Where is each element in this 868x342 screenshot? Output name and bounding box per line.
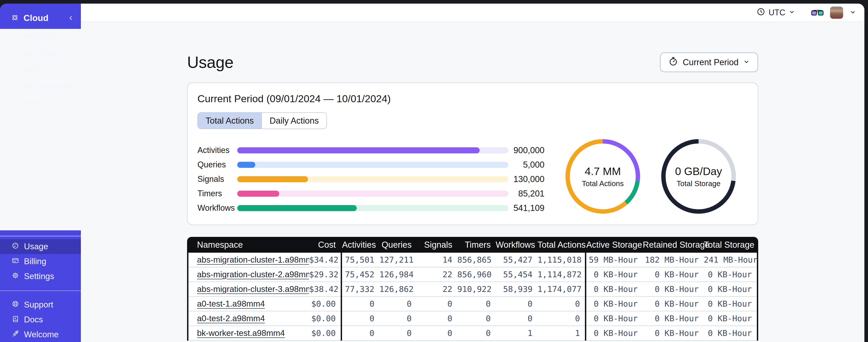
sidebar-divider — [0, 290, 81, 291]
table-cell: 77,332 — [342, 284, 379, 294]
table-cell: 0 — [496, 314, 537, 323]
namespace-link[interactable]: abs-migration-cluster-2.a98mm4 — [197, 270, 309, 279]
stopwatch-icon — [668, 57, 678, 68]
table-cell: $34.42 — [309, 255, 341, 264]
app-window: Cloud WorkflowsSchedulesBatchNamespacesN… — [0, 0, 868, 342]
schedules-icon — [12, 48, 19, 58]
bar-track — [237, 205, 508, 211]
table-cell: 0 — [342, 299, 379, 308]
sidebar-item-welcome[interactable]: Welcome — [0, 327, 81, 342]
namespace-link[interactable]: bk-worker-test.a98mm4 — [197, 329, 285, 338]
sidebar-item-nexus[interactable]: Nexus — [0, 94, 81, 110]
table-cell: 856,960 — [457, 270, 496, 279]
main-area: UTC Usage Current Period — [81, 4, 864, 342]
content: Usage Current Period Current Period (09/… — [81, 22, 864, 342]
bar-value: 541,109 — [508, 203, 545, 213]
table-cell: 0 KB-Hour — [643, 299, 704, 308]
glasses-icon[interactable] — [811, 8, 824, 17]
bar-row-timers: Timers85,201 — [197, 186, 545, 201]
column-header: Timers — [457, 240, 496, 250]
namespace-link[interactable]: a0-test-2.a98mm4 — [197, 314, 265, 323]
logo-label[interactable]: Cloud — [24, 13, 48, 23]
table-cell: abs-migration-cluster-3.a98mm4 — [188, 284, 309, 294]
sidebar-nav-footer: SupportDocsWelcome — [0, 297, 81, 342]
docs-icon — [12, 315, 19, 324]
sidebar-item-namespaces[interactable]: Namespaces — [0, 78, 81, 94]
tab-total-actions[interactable]: Total Actions — [198, 113, 261, 129]
chevron-down-icon[interactable] — [849, 9, 856, 16]
table-cell: 0 KB-Hour — [643, 270, 704, 279]
clock-icon — [756, 7, 766, 18]
sidebar: Cloud WorkflowsSchedulesBatchNamespacesN… — [0, 4, 81, 342]
table-row: a0-test-2.a98mm4$0.000000000 KB-Hour0 KB… — [188, 311, 757, 326]
sidebar-item-batch[interactable]: Batch — [0, 61, 81, 78]
sidebar-nav-account: UsageBillingSettings — [0, 239, 81, 284]
period-button-label: Current Period — [683, 58, 739, 67]
table-row: a0-test-1.a98mm4$0.000000000 KB-Hour0 KB… — [188, 297, 757, 311]
table-cell: 55,427 — [496, 255, 537, 264]
table-cell: 22 — [416, 270, 457, 279]
table-cell: 241 MB-Hour — [704, 255, 763, 264]
bar-value: 85,201 — [508, 189, 545, 199]
table-row: bk-worker-test.a98mm4$0.000000110 KB-Hou… — [188, 326, 757, 341]
column-header: Workflows — [496, 240, 537, 250]
temporal-logo-icon[interactable] — [11, 14, 19, 22]
table-cell: 0 KB-Hour — [586, 270, 643, 279]
nexus-icon — [12, 97, 19, 107]
table-cell: 0 — [416, 329, 457, 338]
sidebar-item-billing[interactable]: Billing — [0, 254, 81, 269]
table-cell: 59 MB-Hour — [586, 255, 643, 264]
bar-value: 900,000 — [508, 145, 545, 155]
avatar[interactable] — [830, 6, 843, 19]
table-cell: 0 — [342, 329, 379, 338]
namespace-link[interactable]: abs-migration-cluster-3.a98mm4 — [197, 284, 309, 294]
period-selector-button[interactable]: Current Period — [660, 52, 758, 72]
table-cell: 127,211 — [379, 255, 416, 264]
sidebar-item-workflows[interactable]: Workflows — [0, 29, 81, 45]
tab-daily-actions[interactable]: Daily Actions — [261, 113, 327, 129]
table-cell: $0.00 — [309, 329, 341, 338]
table-divider — [585, 253, 586, 341]
sidebar-collapse-icon[interactable] — [68, 15, 74, 21]
table-cell: 55,454 — [496, 270, 537, 279]
table-cell: 0 KB-Hour — [586, 329, 643, 338]
table-cell: a0-test-1.a98mm4 — [188, 299, 309, 309]
page-title: Usage — [187, 53, 234, 71]
timezone-label: UTC — [769, 8, 785, 18]
table-row: abs-migration-cluster-1.a98mm4$34.4275,5… — [188, 253, 757, 267]
table-cell: 14 — [416, 255, 457, 264]
namespace-link[interactable]: abs-migration-cluster-1.a98mm4 — [197, 255, 309, 264]
actions-bar-chart: Activities900,000Queries5,000Signals130,… — [197, 143, 545, 215]
bar-track — [237, 162, 508, 168]
table-cell: 75,452 — [342, 270, 379, 279]
table-cell: 0 KB-Hour — [704, 314, 757, 323]
bar-row-workflows: Workflows541,109 — [197, 201, 545, 215]
column-header: Cost — [309, 240, 341, 250]
bar-row-queries: Queries5,000 — [197, 158, 545, 172]
table-cell: 0 — [342, 314, 379, 323]
table-cell: 0 KB-Hour — [704, 329, 757, 338]
sidebar-item-settings[interactable]: Settings — [0, 269, 81, 284]
table-cell: 0 — [379, 314, 416, 323]
table-cell: $29.32 — [309, 270, 341, 279]
page-head: Usage Current Period — [187, 52, 758, 72]
sidebar-item-usage[interactable]: Usage — [0, 239, 81, 254]
namespace-link[interactable]: a0-test-1.a98mm4 — [197, 299, 265, 308]
table-cell: $0.00 — [309, 299, 341, 308]
table-cell: abs-migration-cluster-1.a98mm4 — [188, 255, 309, 265]
usage-card-title: Current Period (09/01/2024 — 10/01/2024) — [197, 93, 748, 105]
table-cell: 22 — [416, 284, 457, 294]
sidebar-item-schedules[interactable]: Schedules — [0, 45, 81, 61]
column-header: Total Actions — [537, 240, 585, 250]
sidebar-item-support[interactable]: Support — [0, 297, 81, 312]
table-cell: $0.00 — [309, 314, 341, 323]
table-header: NamespaceCostActivitiesQueriesSignalsTim… — [187, 237, 758, 253]
table-cell: bk-worker-test.a98mm4 — [188, 329, 309, 338]
table-cell: 1,174,077 — [537, 284, 585, 294]
timezone-selector[interactable]: UTC — [756, 7, 795, 18]
column-header: Queries — [379, 240, 416, 250]
sidebar-item-docs[interactable]: Docs — [0, 312, 81, 327]
table-cell: 0 KB-Hour — [586, 314, 643, 323]
bar-value: 5,000 — [508, 160, 545, 170]
table-cell: 126,862 — [379, 284, 416, 294]
